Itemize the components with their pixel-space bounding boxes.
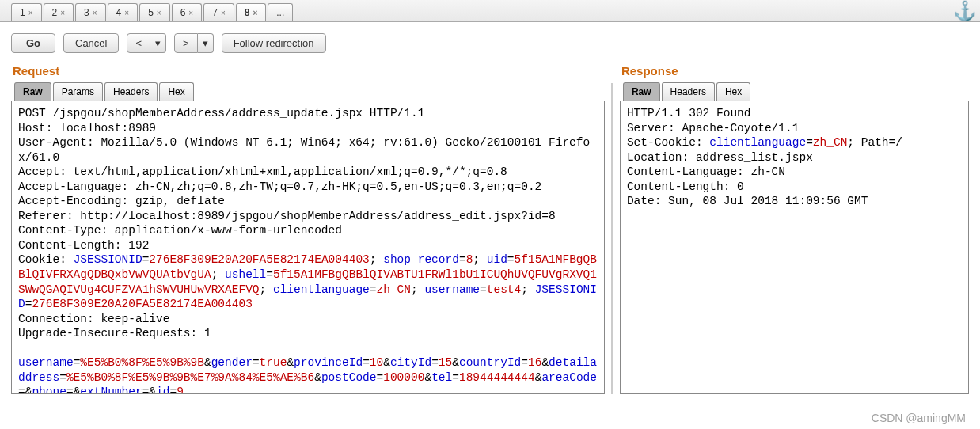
- close-icon[interactable]: ×: [253, 9, 257, 17]
- close-icon[interactable]: ×: [28, 9, 33, 17]
- sequence-tab-5[interactable]: 5 ×: [139, 3, 170, 21]
- tab-overflow[interactable]: ...: [268, 3, 293, 21]
- tab-raw[interactable]: Raw: [14, 82, 51, 101]
- sequence-tab-4[interactable]: 4 ×: [108, 3, 139, 21]
- sequence-tabs: 1 ×2 ×3 ×4 ×5 ×6 ×7 ×8 ×...: [0, 0, 980, 22]
- action-toolbar: Go Cancel < ▾ > ▾ Follow redirection: [0, 22, 980, 64]
- tab-headers[interactable]: Headers: [662, 82, 715, 101]
- response-tabs: Raw Headers Hex: [620, 82, 969, 101]
- close-icon[interactable]: ×: [221, 9, 226, 17]
- request-tabs: Raw Params Headers Hex: [11, 82, 605, 101]
- tab-raw[interactable]: Raw: [623, 82, 660, 101]
- close-icon[interactable]: ×: [124, 9, 129, 17]
- sequence-tab-3[interactable]: 3 ×: [75, 3, 106, 21]
- close-icon[interactable]: ×: [60, 9, 65, 17]
- sequence-tab-6[interactable]: 6 ×: [172, 3, 203, 21]
- sequence-tab-2[interactable]: 2 ×: [44, 3, 74, 21]
- prev-dropdown[interactable]: ▾: [150, 33, 166, 53]
- tab-hex[interactable]: Hex: [159, 82, 193, 101]
- go-button[interactable]: Go: [11, 33, 55, 53]
- sequence-tab-8[interactable]: 8 ×: [236, 3, 267, 21]
- tab-params[interactable]: Params: [53, 82, 103, 101]
- follow-redirection-button[interactable]: Follow redirection: [222, 33, 326, 53]
- tab-hex[interactable]: Hex: [716, 82, 750, 101]
- split-handle[interactable]: [611, 83, 613, 394]
- sequence-tab-1[interactable]: 1 ×: [11, 3, 42, 21]
- request-title: Request: [11, 64, 605, 82]
- next-dropdown[interactable]: ▾: [198, 33, 214, 53]
- close-icon[interactable]: ×: [157, 9, 161, 17]
- cancel-button[interactable]: Cancel: [63, 33, 119, 53]
- sequence-tab-7[interactable]: 7 ×: [203, 3, 234, 21]
- close-icon[interactable]: ×: [93, 9, 97, 17]
- request-pane: Request Raw Params Headers Hex POST /jsp…: [11, 64, 605, 394]
- response-title: Response: [620, 64, 969, 82]
- close-icon[interactable]: ×: [188, 9, 193, 17]
- response-pane: Response Raw Headers Hex HTTP/1.1 302 Fo…: [620, 64, 969, 394]
- tab-headers[interactable]: Headers: [104, 82, 158, 101]
- app-logo-icon: ⚓: [953, 0, 977, 22]
- prev-button[interactable]: <: [127, 33, 150, 53]
- request-raw-text[interactable]: POST /jspgou/shopMemberAddress/address_u…: [11, 101, 605, 394]
- watermark: CSDN @amingMM: [872, 412, 966, 424]
- next-button[interactable]: >: [174, 33, 198, 53]
- response-raw-text[interactable]: HTTP/1.1 302 FoundServer: Apache-Coyote/…: [620, 101, 969, 394]
